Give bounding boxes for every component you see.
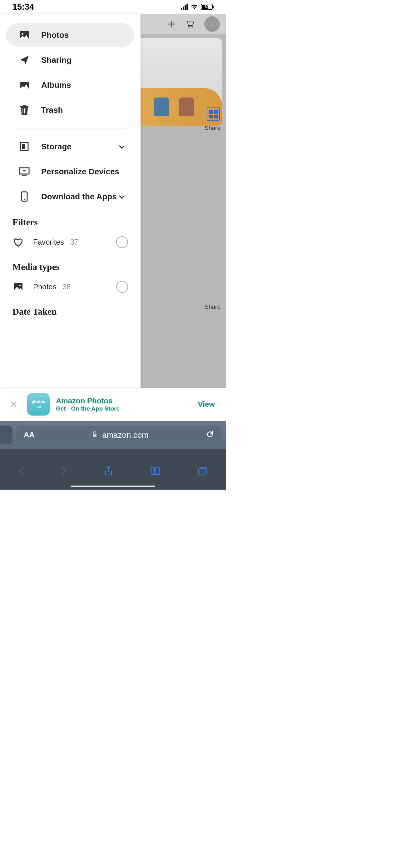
bookmarks-icon[interactable] <box>150 466 161 477</box>
trash-icon <box>19 104 30 116</box>
filter-favorites[interactable]: Favorites 37 <box>0 230 140 254</box>
svg-rect-10 <box>93 434 97 437</box>
album-icon <box>19 80 30 91</box>
status-bar: 15:34 63 <box>0 0 226 14</box>
cellular-signal-icon <box>181 4 188 10</box>
svg-rect-5 <box>20 168 29 174</box>
sidebar-label: Sharing <box>41 55 125 65</box>
sidebar-item-albums[interactable]: Albums <box>6 73 134 97</box>
phone-icon <box>19 191 30 202</box>
svg-point-7 <box>24 199 25 200</box>
sidebar-item-personalize[interactable]: Personalize Devices <box>6 160 134 183</box>
sidebar-label: Personalize Devices <box>41 167 125 177</box>
close-icon[interactable]: ✕ <box>6 399 21 410</box>
svg-rect-11 <box>199 469 205 475</box>
svg-point-9 <box>20 285 21 286</box>
cart-icon <box>186 19 195 29</box>
filter-count: 38 <box>63 283 116 291</box>
radio-unchecked[interactable] <box>116 236 128 248</box>
filter-label: Favorites <box>33 238 64 247</box>
reload-icon[interactable] <box>206 431 213 439</box>
sidebar-item-storage[interactable]: Storage <box>6 135 134 158</box>
sidebar-label: Download the Apps <box>41 192 119 202</box>
status-time: 15:34 <box>12 2 34 12</box>
radio-unchecked[interactable] <box>116 281 128 293</box>
svg-rect-4 <box>22 144 25 149</box>
safari-toolbar <box>0 449 226 490</box>
photo-icon <box>19 29 30 41</box>
share-icon[interactable] <box>104 466 113 478</box>
filter-label: Photos <box>33 282 57 291</box>
bg-share-label-2: Share <box>205 303 221 310</box>
wifi-icon <box>190 4 198 10</box>
banner-title: Amazon Photos <box>56 397 193 405</box>
date-taken-heading: Date Taken <box>0 299 140 319</box>
sidebar-item-trash[interactable]: Trash <box>6 98 134 122</box>
sidebar-label: Trash <box>41 105 125 115</box>
send-icon <box>19 54 30 66</box>
banner-subtitle: Get - On the App Store <box>56 405 193 412</box>
storage-icon <box>19 141 30 152</box>
filter-count: 37 <box>70 238 116 247</box>
sidebar-label: Storage <box>41 142 119 152</box>
app-icon: photos ⤻ <box>27 393 49 415</box>
filter-photos[interactable]: Photos 38 <box>0 275 140 299</box>
status-icons: 63 <box>181 4 213 10</box>
lock-icon <box>92 431 97 439</box>
grid-view-icon <box>207 107 220 121</box>
divider <box>12 128 128 128</box>
url-domain: amazon.com <box>102 430 149 440</box>
heart-icon <box>12 237 24 248</box>
sidebar-item-photos[interactable]: Photos <box>6 23 134 47</box>
url-bar: AA amazon.com <box>0 421 226 449</box>
chevron-down-icon <box>119 143 125 150</box>
sidebar-item-download[interactable]: Download the Apps <box>6 185 134 208</box>
svg-point-1 <box>22 33 24 35</box>
tabs-icon[interactable] <box>198 466 208 477</box>
monitor-icon <box>19 166 30 177</box>
plus-icon <box>167 20 176 28</box>
back-icon[interactable] <box>19 466 24 477</box>
battery-icon: 63 <box>201 4 213 10</box>
sidebar-label: Photos <box>41 30 125 40</box>
banner-text: Amazon Photos Get - On the App Store <box>56 397 193 412</box>
filters-heading: Filters <box>0 210 140 230</box>
bg-share-label: Share <box>205 125 221 131</box>
sidebar-label: Albums <box>41 80 125 90</box>
forward-icon[interactable] <box>61 466 67 477</box>
avatar-icon <box>204 16 220 32</box>
view-button[interactable]: View <box>193 400 220 409</box>
app-banner: ✕ photos ⤻ Amazon Photos Get - On the Ap… <box>0 388 226 421</box>
photo-icon <box>12 281 24 292</box>
sidebar-item-sharing[interactable]: Sharing <box>6 48 134 72</box>
media-types-heading: Media types <box>0 254 140 275</box>
url-field[interactable]: AA amazon.com <box>16 426 221 444</box>
chevron-down-icon <box>119 193 125 200</box>
prev-tab-edge[interactable] <box>0 426 12 444</box>
home-indicator[interactable] <box>71 486 155 487</box>
reader-aa-icon[interactable]: AA <box>24 431 35 439</box>
